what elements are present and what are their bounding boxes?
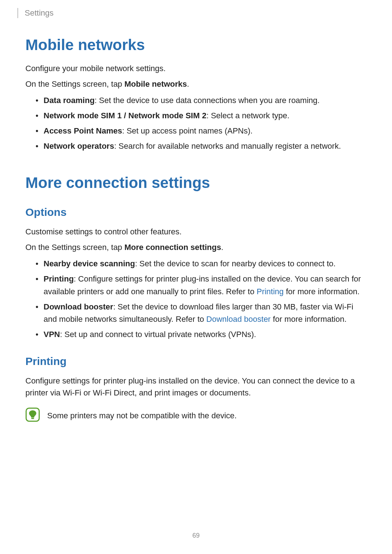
item-bold: Data roaming	[44, 96, 95, 105]
list-item: Network mode SIM 1 / Network mode SIM 2:…	[36, 110, 367, 122]
instruction-suffix: .	[187, 79, 189, 89]
heading-mobile-networks: Mobile networks	[25, 36, 367, 54]
item-bold: Download booster	[44, 302, 113, 311]
header-section-name: Settings	[25, 8, 54, 18]
list-item: Data roaming: Set the device to use data…	[36, 94, 367, 107]
item-bold: Access Point Names	[44, 126, 122, 135]
item-post: for more information.	[284, 287, 360, 296]
more-connection-instruction: On the Settings screen, tap More connect…	[25, 241, 367, 253]
note-row: Some printers may not be compatible with…	[25, 407, 367, 422]
item-post: for more information.	[271, 315, 347, 324]
subheading-options: Options	[25, 206, 367, 218]
subheading-printing: Printing	[25, 355, 367, 368]
instruction-suffix: .	[221, 243, 223, 252]
list-item: Network operators: Search for available …	[36, 140, 367, 152]
instruction-bold: Mobile networks	[124, 79, 187, 89]
instruction-prefix: On the Settings screen, tap	[25, 243, 124, 252]
note-text: Some printers may not be compatible with…	[47, 407, 237, 422]
header-divider	[17, 8, 18, 18]
mobile-networks-list: Data roaming: Set the device to use data…	[36, 94, 367, 152]
item-desc: : Set up access point names (APNs).	[122, 126, 253, 135]
item-desc: : Search for available networks and manu…	[114, 141, 341, 151]
item-bold: Printing	[44, 274, 74, 283]
item-bold: VPN	[44, 330, 60, 339]
more-connection-list: Nearby device scanning: Set the device t…	[36, 258, 367, 341]
mobile-networks-instruction: On the Settings screen, tap Mobile netwo…	[25, 78, 367, 90]
instruction-bold: More connection settings	[124, 243, 221, 252]
page-header: Settings	[17, 7, 54, 19]
item-desc: : Set the device to scan for nearby devi…	[135, 259, 336, 268]
item-desc: : Select a network type.	[207, 111, 290, 120]
list-item: VPN: Set up and connect to virtual priva…	[36, 328, 367, 341]
heading-more-connection: More connection settings	[25, 174, 367, 192]
more-connection-intro: Customise settings to control other feat…	[25, 226, 367, 238]
list-item: Printing: Configure settings for printer…	[36, 273, 367, 297]
page-content: Mobile networks Configure your mobile ne…	[25, 36, 367, 422]
item-bold: Network operators	[44, 141, 114, 151]
svg-rect-1	[31, 418, 34, 419]
page-number: 69	[0, 532, 392, 539]
item-bold: Nearby device scanning	[44, 259, 135, 268]
item-desc: : Set up and connect to virtual private …	[60, 330, 256, 339]
link-printing[interactable]: Printing	[257, 287, 284, 296]
list-item: Download booster: Set the device to down…	[36, 301, 367, 325]
instruction-prefix: On the Settings screen, tap	[25, 79, 124, 89]
mobile-networks-intro: Configure your mobile network settings.	[25, 62, 367, 74]
note-icon	[25, 407, 40, 422]
list-item: Access Point Names: Set up access point …	[36, 125, 367, 137]
link-download-booster[interactable]: Download booster	[206, 315, 270, 324]
printing-body: Configure settings for printer plug-ins …	[25, 375, 367, 399]
item-desc: : Set the device to use data connections…	[95, 96, 320, 105]
item-bold: Network mode SIM 1 / Network mode SIM 2	[44, 111, 207, 120]
list-item: Nearby device scanning: Set the device t…	[36, 258, 367, 270]
